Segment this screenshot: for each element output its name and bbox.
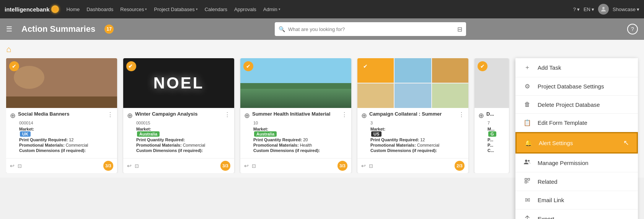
hamburger-menu-icon[interactable]: ☰ <box>6 25 12 33</box>
market-badge: Australia <box>137 131 160 137</box>
dropdown-email-link[interactable]: ✉ Email Link <box>515 191 638 209</box>
collateral-cell <box>357 83 394 108</box>
dropdown-delete-project-db[interactable]: 🗑 Delete Project Database <box>515 96 638 114</box>
card-print-qty: Print Quantity Required: <box>127 137 230 142</box>
page-title: Action Summaries <box>21 24 95 34</box>
logo[interactable]: intelligencebank <box>5 5 59 13</box>
dropdown-menu: ＋ Add Task ⚙ Project Database Settings 🗑… <box>515 58 638 219</box>
image-icon[interactable]: ⊡ <box>18 163 22 169</box>
card-menu-icon[interactable]: ⋮ <box>107 111 113 118</box>
card-id: 7 <box>478 121 505 125</box>
card-custom-dim: C... <box>478 148 505 153</box>
card-footer: ↩ ⊡ 3/3 <box>6 158 117 173</box>
dropdown-export[interactable]: Export <box>515 209 638 219</box>
card-market-field: Market: US <box>361 127 465 137</box>
card-image: ✔ NOEL <box>123 58 234 108</box>
gear-icon: ⚙ <box>523 83 532 90</box>
home-icon[interactable]: ⌂ <box>6 44 11 54</box>
search-icon: 🔍 <box>279 26 285 32</box>
add-item-icon[interactable]: ⊕ <box>361 111 367 120</box>
reply-icon[interactable]: ↩ <box>10 163 15 169</box>
card-title: Winter Campaign Analysis <box>135 111 222 117</box>
chevron-down-icon: ▾ <box>145 7 147 11</box>
svg-point-4 <box>525 160 527 162</box>
reply-icon[interactable]: ↩ <box>244 163 249 169</box>
card-promo: Promotional Materials: Commercial <box>127 143 230 147</box>
reply-icon[interactable]: ↩ <box>361 163 366 169</box>
card-print-qty: Print Quantity Required: 12 <box>10 137 113 142</box>
dropdown-edit-form-template[interactable]: 📋 Edit Form Template <box>515 114 638 132</box>
dropdown-manage-permission[interactable]: Manage Permission <box>515 154 638 172</box>
market-badge: UK <box>20 131 31 137</box>
user-showcase-label[interactable]: Showcase ▾ <box>613 7 639 12</box>
card-summer-health: ✔ ⊕ Summer Health Initiative Material ⋮ … <box>240 58 351 173</box>
card-custom-dim: Custom Dimensions (if required): <box>127 148 230 153</box>
help-circle-icon[interactable]: ? <box>627 24 638 34</box>
card-body: ⊕ Summer Health Initiative Material ⋮ 10… <box>240 108 351 157</box>
dropdown-add-task[interactable]: ＋ Add Task <box>515 58 638 77</box>
card-print-qty: Print Quantity Required: 12 <box>361 137 465 142</box>
avatar[interactable] <box>598 4 609 15</box>
card-image: ✔ <box>474 58 509 108</box>
reply-icon[interactable]: ↩ <box>127 163 132 169</box>
dropdown-project-db-settings[interactable]: ⚙ Project Database Settings <box>515 77 638 96</box>
card-menu-icon[interactable]: ⋮ <box>224 111 230 118</box>
card-market-field: Market: UK <box>10 127 113 137</box>
card-print-qty: Print Quantity Required: 20 <box>244 137 347 142</box>
image-icon[interactable]: ⊡ <box>252 163 256 169</box>
card-body: ⊕ Social Media Banners ⋮ 000014 Market: … <box>6 108 117 157</box>
card-partial: ✔ ⊕ D... 7 M... G P... P... C... <box>474 58 509 173</box>
nav-right: ? ▾ EN ▾ Showcase ▾ <box>573 4 639 15</box>
plus-icon: ＋ <box>523 64 532 72</box>
nav-dashboards[interactable]: Dashboards <box>86 7 113 12</box>
card-custom-dim: Custom Dimensions (if required): <box>10 148 113 153</box>
nav-resources[interactable]: Resources▾ <box>120 7 147 12</box>
help-button[interactable]: ? ▾ <box>573 7 580 12</box>
image-icon[interactable]: ⊡ <box>135 163 139 169</box>
search-input[interactable] <box>288 26 454 32</box>
card-id: 10 <box>244 121 347 125</box>
logo-text: intelligencebank <box>5 6 50 13</box>
chevron-down-icon: ▾ <box>196 7 198 11</box>
card-menu-icon[interactable]: ⋮ <box>458 111 465 118</box>
card-print-qty: P... <box>478 137 505 142</box>
card-campaign-collateral: ✔ ⊕ Campaign Collateral : Summer ⋮ 3 Mar… <box>357 58 468 173</box>
card-footer: ↩ ⊡ 3/3 <box>123 158 234 173</box>
notification-badge: 17 <box>104 25 114 34</box>
add-item-icon[interactable]: ⊕ <box>10 111 16 120</box>
svg-rect-8 <box>525 181 527 183</box>
language-selector[interactable]: EN ▾ <box>584 7 594 12</box>
card-market-field: M... G <box>478 127 505 137</box>
add-item-icon[interactable]: ⊕ <box>127 111 133 120</box>
card-id: 000014 <box>10 121 113 125</box>
card-image: ✔ <box>6 58 117 108</box>
nav-approvals[interactable]: Approvals <box>234 7 256 12</box>
add-item-icon[interactable]: ⊕ <box>244 111 250 120</box>
card-id: 3 <box>361 121 465 125</box>
svg-point-5 <box>528 160 530 162</box>
card-body: ⊕ D... 7 M... G P... P... C... <box>474 108 509 157</box>
dropdown-related[interactable]: Related <box>515 172 638 191</box>
card-footer: ↩ ⊡ 2/3 <box>357 158 468 173</box>
nav-calendars[interactable]: Calendars <box>205 7 227 12</box>
nav-admin[interactable]: Admin▾ <box>263 7 280 12</box>
content-area: ⌂ ✔ ⊕ Social Media Banners ⋮ 000014 Mark… <box>0 40 644 178</box>
card-check-icon: ✔ <box>360 61 370 71</box>
filter-icon[interactable]: ⊟ <box>457 26 462 33</box>
svg-point-0 <box>602 7 605 9</box>
nav-home[interactable]: Home <box>67 7 80 12</box>
card-menu-icon[interactable]: ⋮ <box>341 111 347 118</box>
card-promo: Promotional Materials: Health <box>244 143 347 147</box>
trash-icon: 🗑 <box>523 101 532 108</box>
card-promo: Promotional Materials: Commercial <box>361 143 465 147</box>
nav-project-databases[interactable]: Project Databases▾ <box>154 7 197 12</box>
card-social-media-banners: ✔ ⊕ Social Media Banners ⋮ 000014 Market… <box>6 58 117 173</box>
top-navigation: intelligencebank Home Dashboards Resourc… <box>0 0 644 18</box>
content-wrapper: ✔ ⊕ Social Media Banners ⋮ 000014 Market… <box>6 58 638 173</box>
add-item-icon[interactable]: ⊕ <box>478 111 484 120</box>
image-icon[interactable]: ⊡ <box>369 163 373 169</box>
users-icon <box>523 159 532 167</box>
collateral-cell <box>395 83 431 108</box>
card-promo: P... <box>478 143 505 147</box>
dropdown-alert-settings[interactable]: 🔔 Alert Settings ↖ <box>515 132 638 154</box>
